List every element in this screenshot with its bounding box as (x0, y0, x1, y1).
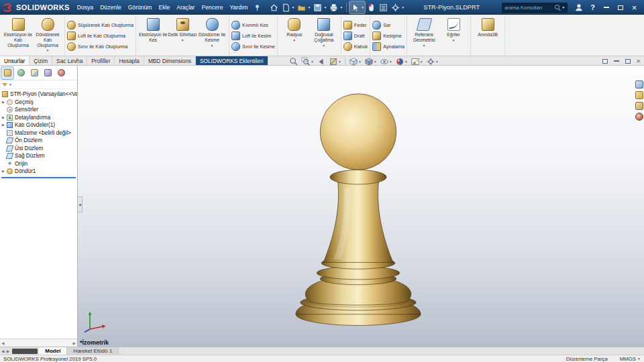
file-explorer-icon[interactable] (635, 102, 643, 110)
menu-ekle[interactable]: Ekle (156, 0, 174, 15)
view-settings-button[interactable]: ▼ (425, 57, 439, 66)
tab-sac-levha[interactable]: Sac Levha (52, 56, 87, 65)
chevron-down-icon[interactable]: ▼ (311, 60, 314, 64)
wrap-button[interactable]: Sar (372, 19, 405, 30)
tree-item-annotations[interactable]: ▶Detaylandırma (0, 114, 77, 122)
section-view-button[interactable]: ▼ (328, 57, 342, 66)
scroll-right-icon[interactable]: ▶ (7, 349, 10, 353)
tree-item-material[interactable]: Malzeme <belirli değil> (0, 129, 77, 137)
tab-scrollbar-thumb[interactable] (12, 349, 38, 354)
lofted-cut-button[interactable]: Loft ile Kesim (231, 30, 275, 41)
new-document-button[interactable]: ▼ (280, 1, 296, 13)
chevron-down-icon[interactable]: ▼ (181, 38, 184, 42)
chevron-down-icon[interactable]: ▼ (338, 60, 341, 64)
chevron-down-icon[interactable]: ▼ (9, 82, 12, 86)
displaymanager-tab[interactable] (55, 67, 67, 79)
search-icon[interactable] (554, 4, 561, 11)
tab-motion-study[interactable]: Hareket Etüdü 1 (67, 347, 119, 355)
tab-scroll-buttons[interactable]: ◀▶ (0, 347, 11, 355)
command-search-box[interactable]: ▼ (502, 3, 568, 13)
chevron-down-icon[interactable]: ▼ (374, 60, 377, 64)
menu-pencere[interactable]: Pencere (198, 0, 226, 15)
expand-arrow-icon[interactable]: ▶ (2, 170, 7, 173)
search-input[interactable] (504, 5, 554, 11)
boundary-boss-button[interactable]: Sınır ile Katı Oluşturma (67, 41, 133, 52)
chevron-down-icon[interactable]: ▼ (452, 38, 455, 42)
propertymanager-tab[interactable] (15, 67, 27, 79)
boundary-cut-button[interactable]: Sınır ile Kesme (231, 41, 275, 52)
chevron-down-icon[interactable]: ▼ (46, 48, 50, 52)
graphics-viewport[interactable]: ◀ (78, 66, 644, 347)
menu-araclar[interactable]: Araçlar (173, 0, 198, 15)
select-tool-button[interactable]: ▼ (350, 1, 365, 13)
featuremanager-tab[interactable] (1, 67, 13, 79)
menu-yardim[interactable]: Yardım (226, 0, 251, 15)
tree-item-revolve1[interactable]: ▶Döndür1 (0, 168, 77, 176)
chevron-down-icon[interactable]: ▼ (405, 60, 408, 64)
restore-button[interactable] (613, 1, 627, 13)
tree-item-sensors[interactable]: Sensörler (0, 106, 77, 114)
chevron-down-icon[interactable]: ▼ (423, 44, 426, 48)
menu-duzenle[interactable]: Düzenle (97, 0, 125, 15)
tree-filter-row[interactable]: ▼ (0, 80, 77, 89)
curves-button[interactable]: Eğriler ▼ (439, 17, 468, 42)
chevron-down-icon[interactable]: ▼ (323, 5, 327, 9)
tree-horizontal-scrollbar[interactable]: ◀ ▶ (0, 339, 77, 347)
chevron-down-icon[interactable]: ▼ (435, 60, 439, 64)
tab-unsurlar[interactable]: Unsurlar (0, 56, 30, 65)
panel-splitter-handle[interactable]: ◀ (78, 196, 83, 213)
login-button[interactable] (572, 3, 586, 12)
chevron-down-icon[interactable]: ▼ (292, 5, 295, 9)
dimxpertmanager-tab[interactable] (42, 67, 54, 79)
chevron-down-icon[interactable]: ▼ (389, 60, 392, 64)
scroll-left-icon[interactable]: ◀ (1, 341, 5, 345)
scroll-left-icon[interactable]: ◀ (1, 349, 5, 353)
swept-cut-button[interactable]: Kıvrımlı Kes (231, 19, 275, 30)
reference-geometry-button[interactable]: Referans Geometrisi ▼ (409, 17, 439, 48)
menu-gorunum[interactable]: Görünüm (125, 0, 156, 15)
tree-item-part-root[interactable]: STR-Piyon (Varsayılan<<Varsayılan>_ (0, 90, 77, 99)
chevron-down-icon[interactable]: ▼ (307, 5, 311, 9)
mouse-gestures-button[interactable] (366, 1, 377, 13)
doc-restore-button[interactable] (625, 57, 631, 65)
help-button[interactable]: ? (586, 3, 599, 11)
tab-mbd-dimensions[interactable]: MBD Dimensions (144, 56, 196, 65)
open-document-button[interactable]: ▼ (296, 1, 311, 13)
intersect-button[interactable]: Kesişme (372, 30, 405, 41)
rollback-bar[interactable] (1, 177, 76, 178)
appearances-icon[interactable] (635, 113, 643, 121)
zoom-to-area-button[interactable]: ▼ (301, 57, 315, 66)
doc-close-button[interactable]: × (637, 57, 641, 65)
zoom-to-fit-button[interactable] (288, 57, 299, 66)
shell-button[interactable]: Kabuk (343, 41, 368, 52)
options-list-button[interactable] (378, 1, 389, 13)
display-style-button[interactable]: ▼ (364, 57, 378, 66)
scroll-right-icon[interactable]: ▶ (72, 341, 76, 345)
linear-pattern-button[interactable]: Doğrusal Çoğaltma ▼ (309, 17, 339, 48)
apply-scene-button[interactable]: ▼ (410, 57, 424, 66)
chevron-down-icon[interactable]: ▼ (322, 44, 325, 48)
view-orientation-button[interactable]: ▼ (348, 57, 362, 66)
revolved-cut-button[interactable]: Döndürme ile Kesme ▼ (197, 17, 227, 48)
hole-wizard-button[interactable]: Delik Sihirbazı ▼ (168, 17, 197, 42)
tab-solidworks-eklentileri[interactable]: SOLIDWORKS Eklentileri (196, 56, 268, 65)
mirror-button[interactable]: Aynalama (372, 41, 405, 52)
expand-arrow-icon[interactable]: ▶ (2, 123, 7, 127)
doc-full-screen-button[interactable] (602, 57, 608, 65)
revolved-boss-button[interactable]: Döndürerek Katı Oluşturma ▼ (33, 17, 62, 52)
task-pane-home-icon[interactable] (635, 80, 643, 88)
tree-item-front-plane[interactable]: Ön Düzlem (0, 137, 77, 145)
tab-hesapla[interactable]: Hesapla (115, 56, 144, 65)
chevron-down-icon[interactable]: ▼ (358, 60, 362, 64)
chevron-down-icon[interactable]: ▼ (561, 5, 565, 9)
edit-appearance-button[interactable]: ▼ (394, 57, 409, 66)
design-library-icon[interactable] (635, 91, 643, 99)
hide-show-items-button[interactable]: ▼ (379, 57, 393, 66)
doc-minimize-button[interactable] (614, 57, 619, 65)
expand-arrow-icon[interactable]: ▶ (2, 116, 7, 119)
chess-pawn-model[interactable] (291, 90, 425, 339)
lofted-boss-button[interactable]: Loft ile Katı Oluşturma (67, 30, 133, 41)
chevron-down-icon[interactable]: ▼ (339, 5, 343, 9)
tree-item-history[interactable]: ▶Geçmiş (0, 99, 77, 107)
configurationmanager-tab[interactable] (28, 67, 40, 79)
